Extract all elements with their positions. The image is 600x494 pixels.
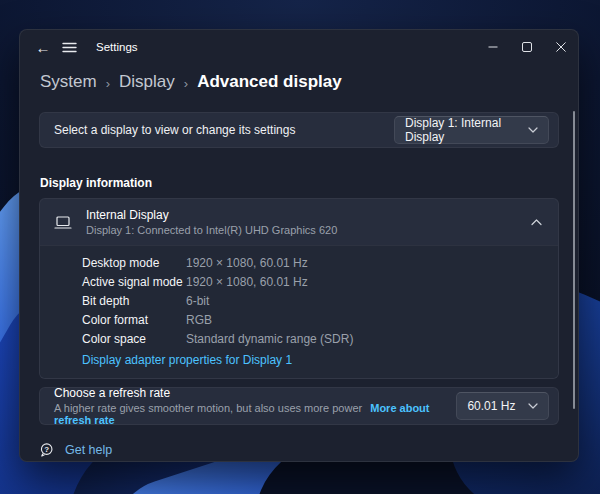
detail-row-color-space: Color space Standard dynamic range (SDR) [82, 330, 544, 349]
detail-row-active-signal-mode: Active signal mode 1920 × 1080, 60.01 Hz [82, 273, 544, 292]
chevron-up-icon [531, 219, 542, 226]
maximize-icon [522, 42, 532, 52]
chevron-right-icon: › [184, 74, 188, 91]
settings-window: ← Settings [19, 29, 579, 462]
detail-label: Color space [82, 330, 186, 349]
refresh-rate-card: Choose a refresh rate A higher rate give… [39, 387, 559, 425]
collapse-expander-button[interactable] [531, 219, 542, 226]
display-adapter-properties-link[interactable]: Display adapter properties for Display 1 [82, 351, 292, 370]
chevron-right-icon: › [106, 74, 110, 91]
display-information-expander: Internal Display Display 1: Connected to… [39, 198, 559, 379]
detail-value: 6-bit [186, 292, 209, 311]
expander-titles: Internal Display Display 1: Connected to… [86, 208, 337, 236]
minimize-button[interactable] [476, 30, 510, 64]
back-arrow-icon: ← [36, 40, 51, 55]
caption-controls [476, 30, 578, 64]
detail-value: Standard dynamic range (SDR) [186, 330, 353, 349]
detail-value: 1920 × 1080, 60.01 Hz [186, 254, 308, 273]
navigation-menu-button[interactable] [56, 34, 82, 60]
detail-value: 1920 × 1080, 60.01 Hz [186, 273, 308, 292]
hamburger-icon [62, 42, 77, 53]
detail-row-bit-depth: Bit depth 6-bit [82, 292, 544, 311]
display-selector-label: Select a display to view or change its s… [54, 123, 295, 137]
close-button[interactable] [544, 30, 578, 64]
help-question-icon: ? [39, 442, 54, 457]
detail-row-desktop-mode: Desktop mode 1920 × 1080, 60.01 Hz [82, 254, 544, 273]
display-selector-card: Select a display to view or change its s… [39, 112, 559, 148]
chevron-down-icon [528, 127, 538, 133]
detail-label: Active signal mode [82, 273, 186, 292]
svg-text:?: ? [44, 445, 49, 454]
get-help-label: Get help [65, 443, 112, 457]
detail-label: Desktop mode [82, 254, 186, 273]
display-selector-dropdown[interactable]: Display 1: Internal Display [394, 116, 549, 144]
window-title: Settings [96, 41, 138, 53]
settings-content: Select a display to view or change its s… [20, 112, 578, 425]
display-selector-value: Display 1: Internal Display [405, 116, 528, 144]
detail-label: Color format [82, 311, 186, 330]
display-connection-info: Display 1: Connected to Intel(R) UHD Gra… [86, 224, 337, 236]
get-help-link[interactable]: ? Get help [39, 442, 112, 457]
refresh-rate-description: A higher rate gives smoother motion, but… [54, 402, 456, 426]
vertical-scrollbar[interactable] [573, 111, 575, 409]
maximize-button[interactable] [510, 30, 544, 64]
laptop-display-icon [53, 215, 75, 230]
detail-label: Bit depth [82, 292, 186, 311]
chevron-down-icon [528, 403, 538, 409]
desktop-wallpaper: ← Settings [0, 0, 600, 494]
breadcrumb-item-system[interactable]: System [40, 72, 97, 92]
refresh-rate-title: Choose a refresh rate [54, 386, 456, 400]
refresh-rate-text: Choose a refresh rate A higher rate give… [54, 386, 456, 426]
detail-row-color-format: Color format RGB [82, 311, 544, 330]
refresh-rate-description-text: A higher rate gives smoother motion, but… [54, 402, 362, 414]
refresh-rate-dropdown[interactable]: 60.01 Hz [456, 392, 549, 420]
section-heading-display-information: Display information [40, 176, 558, 190]
titlebar: ← Settings [20, 30, 578, 64]
close-icon [556, 42, 566, 52]
refresh-rate-value: 60.01 Hz [467, 399, 515, 413]
minimize-icon [488, 42, 498, 52]
breadcrumb-item-display[interactable]: Display [119, 72, 175, 92]
page-title: Advanced display [197, 72, 342, 92]
display-details: Desktop mode 1920 × 1080, 60.01 Hz Activ… [40, 245, 558, 378]
detail-value: RGB [186, 311, 212, 330]
expander-header[interactable]: Internal Display Display 1: Connected to… [40, 199, 558, 245]
back-button[interactable]: ← [30, 34, 56, 60]
display-name: Internal Display [86, 208, 337, 222]
breadcrumb: System › Display › Advanced display [20, 64, 578, 96]
